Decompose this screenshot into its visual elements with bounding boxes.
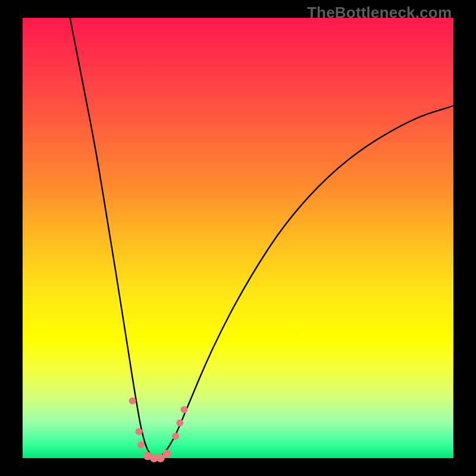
data-marker xyxy=(172,433,179,440)
data-marker xyxy=(135,428,142,436)
data-marker xyxy=(176,419,183,427)
chart-frame: TheBottleneck.com xyxy=(0,0,476,476)
data-marker xyxy=(129,397,136,405)
data-marker xyxy=(163,450,171,458)
data-marker xyxy=(137,441,145,449)
chart-svg xyxy=(0,0,476,476)
data-marker xyxy=(181,406,188,414)
bottleneck-curve xyxy=(70,18,453,458)
